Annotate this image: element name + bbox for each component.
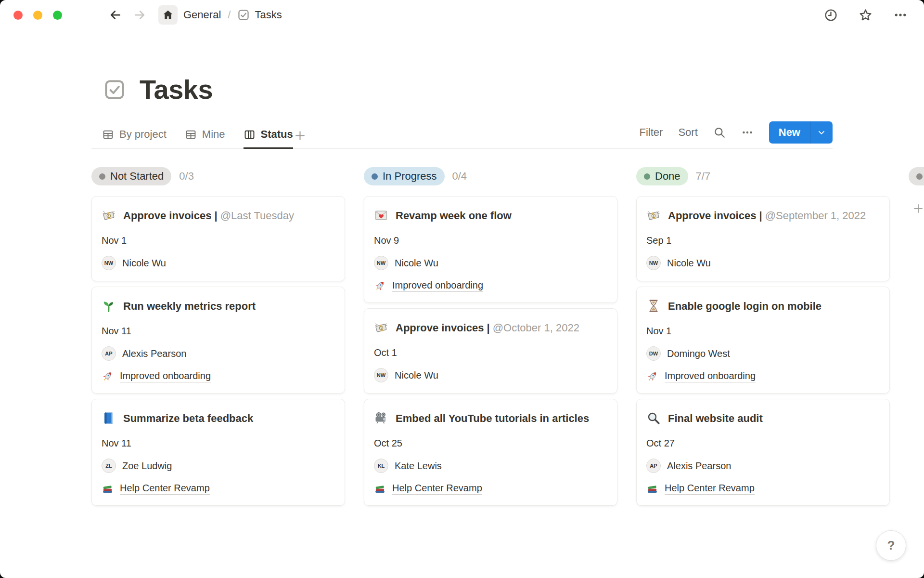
sidebar-toggle-icon[interactable] bbox=[80, 9, 96, 21]
task-card[interactable]: Enable google login on mobileNov 1DWDomi… bbox=[636, 287, 890, 394]
task-card[interactable]: Approve invoices | @September 1, 2022Sep… bbox=[636, 196, 890, 281]
love-letter-icon bbox=[374, 208, 388, 225]
task-card[interactable]: Revamp week one flowNov 9NWNicole WuImpr… bbox=[364, 196, 617, 303]
favorite-star-icon[interactable] bbox=[858, 8, 873, 23]
due-date: Sep 1 bbox=[646, 235, 880, 246]
project-link[interactable]: Improved onboarding bbox=[102, 370, 335, 382]
assignee-name: Nicole Wu bbox=[122, 258, 166, 269]
assignee-name: Alexis Pearson bbox=[122, 348, 186, 359]
task-card[interactable]: Run weekly metrics reportNov 11APAlexis … bbox=[91, 287, 345, 394]
due-date: Nov 1 bbox=[102, 235, 335, 246]
breadcrumb-page[interactable]: Tasks bbox=[237, 9, 282, 21]
assignee-name: Nicole Wu bbox=[667, 258, 711, 269]
task-title: Approve invoices | @Last Tuesday bbox=[123, 206, 294, 225]
back-button[interactable] bbox=[108, 8, 123, 22]
assignee: KLKate Lewis bbox=[374, 459, 607, 473]
project-link[interactable]: Improved onboarding bbox=[646, 370, 880, 382]
sort-button[interactable]: Sort bbox=[678, 126, 697, 139]
window-controls bbox=[13, 11, 62, 20]
seedling-icon bbox=[102, 299, 116, 316]
assignee-name: Domingo West bbox=[667, 348, 730, 359]
assignee-name: Zoe Ludwig bbox=[122, 460, 172, 472]
status-badge[interactable]: Archived bbox=[909, 167, 924, 185]
column-count: 0/4 bbox=[452, 170, 467, 183]
add-card-button[interactable] bbox=[912, 202, 924, 215]
breadcrumb-separator: / bbox=[228, 9, 231, 21]
books-icon bbox=[102, 483, 114, 495]
new-button[interactable]: New bbox=[769, 121, 833, 144]
tab-by-project[interactable]: By project bbox=[102, 128, 167, 149]
status-badge[interactable]: Not Started bbox=[91, 167, 171, 185]
page-header: Tasks bbox=[103, 76, 924, 103]
search-icon[interactable] bbox=[713, 126, 726, 139]
task-card[interactable]: Approve invoices | @Last TuesdayNov 1NWN… bbox=[91, 196, 345, 281]
more-options-icon[interactable] bbox=[893, 8, 908, 22]
due-date: Oct 27 bbox=[646, 438, 880, 449]
forward-button[interactable] bbox=[132, 8, 147, 22]
rocket-icon bbox=[646, 370, 658, 382]
task-card[interactable]: Approve invoices | @October 1, 2022Oct 1… bbox=[364, 308, 617, 394]
add-view-button[interactable] bbox=[294, 130, 306, 148]
table-icon bbox=[102, 129, 114, 141]
assignee: NWNicole Wu bbox=[646, 256, 880, 270]
assignee-name: Kate Lewis bbox=[395, 460, 442, 472]
project-label: Improved onboarding bbox=[392, 280, 483, 292]
tab-label: Mine bbox=[202, 128, 225, 141]
books-icon bbox=[374, 483, 386, 495]
task-card[interactable]: Embed all YouTube tutorials in articlesO… bbox=[364, 399, 617, 506]
assignee-name: Nicole Wu bbox=[395, 370, 438, 381]
project-link[interactable]: Help Center Revamp bbox=[102, 483, 335, 495]
column-count: 0/3 bbox=[179, 170, 194, 183]
project-label: Improved onboarding bbox=[120, 370, 211, 382]
avatar: NW bbox=[102, 256, 116, 270]
view-options-icon[interactable] bbox=[741, 126, 754, 139]
breadcrumb-root[interactable]: General bbox=[183, 9, 221, 21]
close-window-button[interactable] bbox=[13, 11, 23, 20]
page-check-square-icon bbox=[103, 78, 126, 101]
task-title: Summarize beta feedback bbox=[123, 409, 253, 428]
board-column-done: Done7/7Approve invoices | @September 1, … bbox=[636, 167, 890, 506]
status-dot-icon bbox=[644, 173, 650, 180]
help-button[interactable]: ? bbox=[876, 530, 906, 561]
project-link[interactable]: Improved onboarding bbox=[374, 280, 607, 292]
money-with-wings-icon bbox=[374, 320, 388, 338]
kanban-board: Not Started0/3Approve invoices | @Last T… bbox=[0, 167, 924, 506]
task-title: Run weekly metrics report bbox=[123, 297, 256, 316]
magnifier-icon bbox=[646, 411, 661, 428]
avatar: NW bbox=[646, 256, 661, 270]
hourglass-icon bbox=[646, 299, 661, 316]
minimize-window-button[interactable] bbox=[33, 11, 42, 20]
status-label: In Progress bbox=[383, 170, 437, 183]
new-dropdown-icon[interactable] bbox=[810, 121, 833, 144]
status-label: Not Started bbox=[110, 170, 164, 183]
assignee: NWNicole Wu bbox=[374, 256, 607, 270]
task-card[interactable]: Summarize beta feedbackNov 11ZLZoe Ludwi… bbox=[91, 399, 345, 506]
status-badge[interactable]: In Progress bbox=[364, 167, 445, 185]
assignee: NWNicole Wu bbox=[374, 368, 607, 382]
topbar: General / Tasks bbox=[0, 0, 924, 30]
app-window: General / Tasks Tasks By projectMineStat… bbox=[0, 0, 924, 578]
assignee: ZLZoe Ludwig bbox=[102, 459, 335, 473]
projector-icon bbox=[374, 411, 388, 428]
money-with-wings-icon bbox=[102, 208, 116, 225]
board-column-not-started: Not Started0/3Approve invoices | @Last T… bbox=[91, 167, 345, 506]
due-date: Nov 1 bbox=[646, 326, 880, 337]
assignee: NWNicole Wu bbox=[102, 256, 335, 270]
assignee: APAlexis Pearson bbox=[646, 459, 880, 473]
zoom-window-button[interactable] bbox=[53, 11, 62, 20]
home-button[interactable] bbox=[158, 5, 178, 25]
status-label: Done bbox=[655, 170, 680, 183]
project-label: Help Center Revamp bbox=[665, 483, 755, 495]
status-dot-icon bbox=[372, 173, 378, 180]
history-clock-icon[interactable] bbox=[824, 8, 838, 22]
column-count: 7/7 bbox=[696, 170, 711, 183]
tab-mine[interactable]: Mine bbox=[185, 128, 225, 149]
project-label: Improved onboarding bbox=[665, 370, 756, 382]
status-badge[interactable]: Done bbox=[636, 167, 688, 185]
tab-status[interactable]: Status bbox=[244, 128, 293, 149]
status-dot-icon bbox=[99, 173, 105, 180]
filter-button[interactable]: Filter bbox=[640, 126, 663, 139]
project-link[interactable]: Help Center Revamp bbox=[374, 483, 607, 495]
task-card[interactable]: Final website auditOct 27APAlexis Pearso… bbox=[636, 399, 890, 506]
project-link[interactable]: Help Center Revamp bbox=[646, 483, 880, 495]
